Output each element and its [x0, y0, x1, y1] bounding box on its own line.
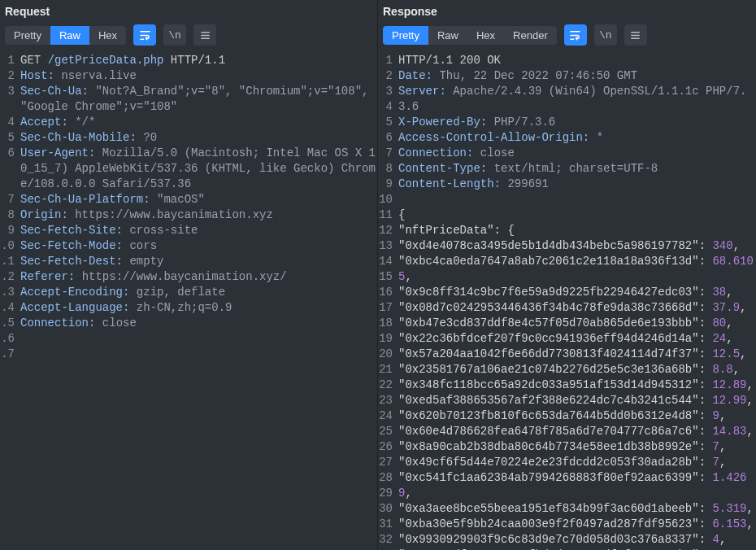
tab-render[interactable]: Render	[504, 26, 557, 45]
hamburger-icon	[199, 29, 211, 41]
wrap-icon	[139, 29, 151, 41]
request-view-tabs: Pretty Raw Hex	[5, 26, 126, 45]
show-nonprintable-button[interactable]: \n	[163, 24, 186, 46]
newline-icon: \n	[168, 29, 181, 41]
tab-raw[interactable]: Raw	[50, 26, 89, 45]
response-gutter: 1234567891011121314151617181920212223242…	[378, 53, 396, 550]
hamburger-icon	[629, 29, 641, 41]
newline-icon: \n	[599, 29, 612, 41]
request-text[interactable]: GET /getPriceData.php HTTP/1.1Host: nser…	[18, 53, 377, 550]
tab-pretty[interactable]: Pretty	[5, 26, 50, 45]
response-pane: ⋮ Response Pretty Raw Hex Render \n 1234…	[378, 0, 756, 550]
tab-hex[interactable]: Hex	[89, 26, 126, 45]
wrap-lines-button[interactable]	[133, 24, 156, 46]
response-code[interactable]: 1234567891011121314151617181920212223242…	[378, 50, 756, 550]
wrap-icon	[569, 29, 581, 41]
show-nonprintable-button[interactable]: \n	[594, 24, 617, 46]
wrap-lines-button[interactable]	[564, 24, 587, 46]
request-pane: Request Pretty Raw Hex \n 123456789.0.1.…	[0, 0, 378, 550]
response-title: Response	[378, 0, 756, 21]
request-code[interactable]: 123456789.0.1.2.3.4.5.6.7 GET /getPriceD…	[0, 50, 377, 550]
tab-hex[interactable]: Hex	[467, 26, 504, 45]
request-title: Request	[0, 0, 377, 21]
request-toolbar: Pretty Raw Hex \n	[0, 21, 377, 50]
more-options-button[interactable]	[193, 24, 216, 46]
split-drag-handle[interactable]: ⋮	[378, 270, 385, 281]
tab-raw[interactable]: Raw	[428, 26, 467, 45]
request-gutter: 123456789.0.1.2.3.4.5.6.7	[0, 53, 18, 550]
response-toolbar: Pretty Raw Hex Render \n	[378, 21, 756, 50]
response-view-tabs: Pretty Raw Hex Render	[383, 26, 557, 45]
tab-pretty[interactable]: Pretty	[383, 26, 428, 45]
response-text[interactable]: HTTP/1.1 200 OKDate: Thu, 22 Dec 2022 07…	[396, 53, 756, 550]
more-options-button[interactable]	[624, 24, 647, 46]
